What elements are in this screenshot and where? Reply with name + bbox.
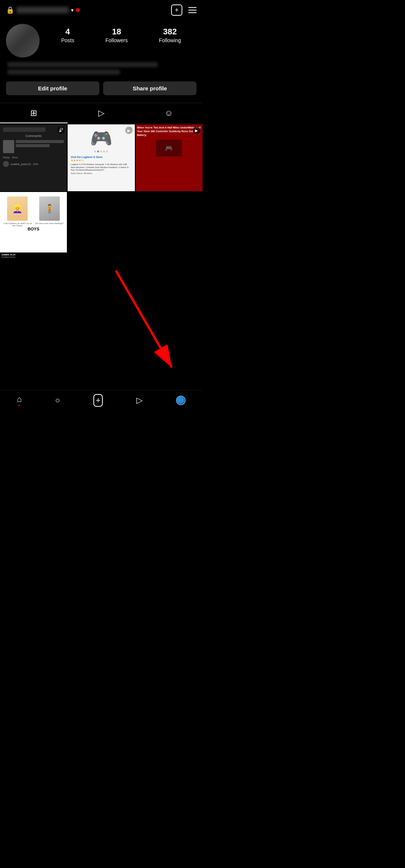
posts-count: 4 xyxy=(65,27,70,37)
tagged-icon: ☺ xyxy=(164,108,173,118)
video-play-icon-3: ▶ xyxy=(193,127,200,134)
post1-content: Comments ReplyMore coraline_jones.01 · 3… xyxy=(0,124,67,191)
tab-reels[interactable]: ▷ xyxy=(68,107,135,120)
menu-line xyxy=(188,10,197,10)
plus-icon: + xyxy=(175,6,179,14)
grid-item[interactable]: 👱‍♀️ I can't believe he didn't cry at th… xyxy=(0,192,67,259)
followers-stat[interactable]: 18 Followers xyxy=(105,27,128,43)
nav-reels[interactable]: ▷ xyxy=(136,396,143,405)
avatar-image xyxy=(6,24,40,58)
live-indicator-dot xyxy=(76,8,80,12)
meme-footer-text: Goodbye forever... xyxy=(1,256,65,258)
grid-item[interactable]: 🎮 Visit the Logitech G Store ★★★★½ Logit… xyxy=(68,124,135,191)
home-icon: ⌂ xyxy=(17,394,22,404)
following-count: 382 xyxy=(163,27,177,37)
profile-buttons: Edit profile Share profile xyxy=(6,81,197,95)
avatar-initial: 🌐 xyxy=(178,398,184,403)
post4-content: 👱‍♀️ I can't believe he didn't cry at th… xyxy=(0,192,67,259)
grid-item[interactable]: When You're Two And A Half Miles UnderWa… xyxy=(136,124,202,191)
add-post-icon: + xyxy=(93,394,103,407)
profile-tabs: ⊞ ▷ ☺ xyxy=(0,103,202,124)
header-left: 🔒 ▾ xyxy=(6,6,80,14)
reels-nav-icon: ▷ xyxy=(136,396,143,405)
post3-content: When You're Two And A Half Miles UnderWa… xyxy=(136,124,202,191)
posts-stat[interactable]: 4 Posts xyxy=(61,27,74,43)
bio-line-1 xyxy=(7,62,158,67)
bio-area xyxy=(6,62,197,77)
meme-footer: ANIMIX PLAY Goodbye forever... xyxy=(0,252,67,259)
bottom-navigation: ⌂ ○ + ▷ 🌐 xyxy=(0,390,202,412)
post1-label: Comments xyxy=(3,134,64,138)
menu-line xyxy=(188,12,197,13)
nav-search[interactable]: ○ xyxy=(55,396,60,405)
grid-icon: ⊞ xyxy=(30,108,37,118)
profile-section: 4 Posts 18 Followers 382 Following Edit … xyxy=(0,20,202,103)
grid-item[interactable]: Comments ReplyMore coraline_jones.01 · 3… xyxy=(0,124,67,191)
following-stat[interactable]: 382 Following xyxy=(159,27,181,43)
username-blurred xyxy=(16,7,69,13)
arrow-svg xyxy=(0,259,202,390)
post1-skeleton xyxy=(3,127,46,132)
search-icon: ○ xyxy=(55,396,60,405)
reels-icon: ▷ xyxy=(98,108,105,118)
nav-profile[interactable]: 🌐 xyxy=(176,396,186,405)
avatar[interactable] xyxy=(6,24,40,58)
post2-content: 🎮 Visit the Logitech G Store ★★★★½ Logit… xyxy=(68,124,135,191)
edit-profile-button[interactable]: Edit profile xyxy=(6,81,99,95)
dropdown-arrow-icon[interactable]: ▾ xyxy=(71,7,74,13)
post3-title: When You're Two And A Half Miles UnderWa… xyxy=(137,126,201,137)
menu-line xyxy=(188,7,197,8)
profile-top: 4 Posts 18 Followers 382 Following xyxy=(6,24,197,58)
arrow-annotation xyxy=(0,259,202,390)
svg-line-1 xyxy=(116,270,172,368)
video-icon-2: ▶ xyxy=(125,127,133,134)
stats-row: 4 Posts 18 Followers 382 Following xyxy=(46,27,197,43)
add-content-button[interactable]: + xyxy=(171,4,182,16)
followers-label: Followers xyxy=(105,37,128,43)
meme-boys-label: BOYS xyxy=(28,227,39,231)
posts-label: Posts xyxy=(61,37,74,43)
post2-product-text: Visit the Logitech G Store ★★★★½ Logitec… xyxy=(69,154,133,177)
profile-avatar-nav: 🌐 xyxy=(176,396,186,405)
share-profile-button[interactable]: Share profile xyxy=(103,81,197,95)
home-active-dot xyxy=(18,405,20,406)
tab-grid[interactable]: ⊞ xyxy=(0,107,68,120)
following-label: Following xyxy=(159,37,181,43)
lock-icon: 🔒 xyxy=(6,6,14,14)
nav-home[interactable]: ⌂ xyxy=(17,394,22,406)
tab-tagged[interactable]: ☺ xyxy=(135,107,202,120)
carousel-dots xyxy=(69,151,133,152)
hamburger-menu-button[interactable] xyxy=(188,7,197,13)
posts-grid: Comments ReplyMore coraline_jones.01 · 3… xyxy=(0,124,202,259)
bio-line-2 xyxy=(7,69,120,75)
header-right: + xyxy=(171,4,197,16)
nav-add[interactable]: + xyxy=(93,394,103,407)
app-header: 🔒 ▾ + xyxy=(0,0,202,20)
followers-count: 18 xyxy=(112,27,121,37)
